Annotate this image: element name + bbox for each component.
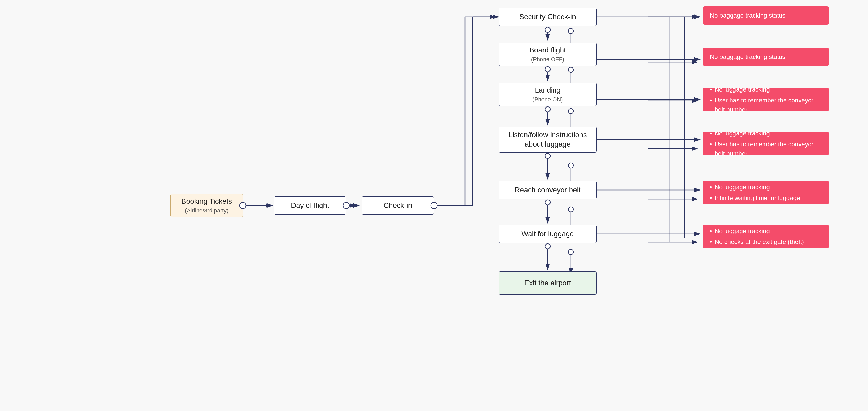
pain-5-item-1: No luggage tracking [710, 182, 822, 192]
pain-box-1: No baggage tracking status [703, 6, 829, 25]
pain-2-text: No baggage tracking status [710, 52, 822, 61]
listen-instructions-box: Listen/follow instructions about luggage [499, 127, 597, 152]
diagram-canvas: Booking Tickets (Airline/3rd party) Day … [0, 0, 868, 411]
board-flight-subtitle: (Phone OFF) [531, 56, 564, 63]
svg-point-17 [568, 207, 574, 212]
pain-box-6: No luggage tracking No checks at the exi… [703, 225, 829, 248]
landing-label: Landing [535, 86, 561, 95]
booking-label: Booking Tickets [181, 197, 232, 206]
listen-label: Listen/follow instructions about luggage [508, 130, 587, 149]
booking-tickets-box: Booking Tickets (Airline/3rd party) [170, 194, 243, 217]
pain-box-5: No luggage tracking Infinite waiting tim… [703, 181, 829, 204]
wait-luggage-label: Wait for luggage [522, 229, 574, 239]
svg-point-15 [568, 163, 574, 168]
checkin-label: Check-in [383, 201, 412, 210]
pain-4-item-2: User has to remember the conveyor belt n… [710, 140, 822, 158]
pain-6-item-2: No checks at the exit gate (theft) [710, 237, 822, 246]
pain-6-item-1: No luggage tracking [710, 227, 822, 236]
svg-point-13 [568, 109, 574, 114]
pain-1-text: No baggage tracking status [710, 11, 822, 20]
security-checkin-box: Security Check-in [499, 8, 597, 26]
board-flight-box: Board flight (Phone OFF) [499, 43, 597, 66]
svg-point-9 [568, 28, 574, 34]
pain-4-item-1: No luggage tracking [710, 129, 822, 138]
wait-luggage-box: Wait for luggage [499, 225, 597, 243]
exit-airport-label: Exit the airport [524, 278, 571, 288]
pain-3-item-1: No luggage tracking [710, 85, 822, 94]
security-label: Security Check-in [519, 12, 576, 22]
pain-box-4: No luggage tracking User has to remember… [703, 132, 829, 155]
svg-point-19 [568, 249, 574, 255]
svg-point-11 [568, 67, 574, 72]
reach-conveyor-box: Reach conveyor belt [499, 181, 597, 199]
pain-box-2: No baggage tracking status [703, 48, 829, 66]
pain-box-3: No luggage tracking User has to remember… [703, 88, 829, 111]
checkin-box: Check-in [362, 197, 434, 214]
pain-3-item-2: User has to remember the conveyor belt n… [710, 96, 822, 114]
day-of-flight-label: Day of flight [291, 201, 329, 210]
exit-airport-box: Exit the airport [499, 271, 597, 295]
landing-subtitle: (Phone ON) [532, 96, 563, 104]
day-of-flight-box: Day of flight [274, 197, 346, 214]
reach-conveyor-label: Reach conveyor belt [515, 185, 581, 195]
board-flight-label: Board flight [529, 46, 566, 55]
pain-5-item-2: Infinite waiting time for luggage [710, 193, 822, 203]
landing-box: Landing (Phone ON) [499, 83, 597, 106]
booking-subtitle: (Airline/3rd party) [185, 207, 228, 214]
